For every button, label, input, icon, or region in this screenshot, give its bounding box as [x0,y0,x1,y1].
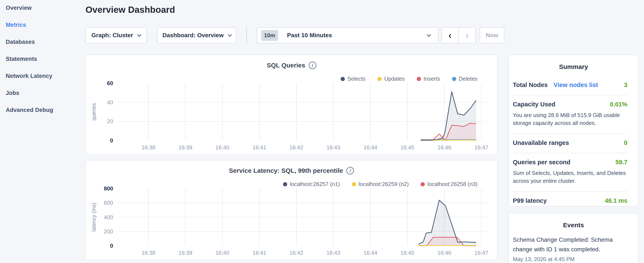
svg-text:16:42: 16:42 [289,144,303,151]
sidebar-item-overview[interactable]: Overview [6,5,32,11]
sidebar-item-databases[interactable]: Databases [6,39,35,45]
service-latency-chart-card: Service Latency: SQL, 99th percentileilo… [86,160,498,260]
summary-row: Total NodesView nodes list3 [513,76,628,95]
events-panel: Events Schema Change Completed: Schema c… [508,213,638,263]
summary-title: Summary [509,63,638,70]
svg-text:60: 60 [107,80,113,86]
sidebar-item-network-latency[interactable]: Network Latency [6,73,52,79]
event-timestamp: May 13, 2020 at 4:45 PM [513,256,630,262]
summary-row-label: P99 latency [513,197,547,204]
svg-text:queries: queries [91,103,97,121]
now-button[interactable]: Now [480,27,504,43]
sidebar: OverviewMetricsDatabasesStatementsNetwor… [0,0,86,263]
summary-row-value: 3 [624,82,628,89]
chevron-down-icon [137,33,142,37]
view-nodes-list-link[interactable]: View nodes list [554,82,598,89]
svg-text:16:47: 16:47 [474,249,488,256]
svg-text:0: 0 [110,242,113,249]
svg-text:16:45: 16:45 [400,144,414,151]
svg-text:16:44: 16:44 [363,144,377,151]
svg-text:16:44: 16:44 [363,249,377,256]
svg-text:600: 600 [104,200,113,206]
time-prev-button[interactable]: ‹ [442,28,458,43]
summary-row-label: Capacity Used [513,101,555,108]
summary-row: Unavailable ranges0 [513,134,628,153]
event-message: Schema Change Completed: Schema change w… [513,235,630,254]
graph-dropdown-label: Graph: Cluster [92,32,133,39]
svg-text:16:46: 16:46 [437,249,451,256]
svg-text:16:45: 16:45 [400,249,414,256]
svg-text:16:40: 16:40 [216,249,229,256]
summary-row-value: 46.1 ms [605,197,628,204]
svg-text:16:43: 16:43 [326,144,340,151]
summary-row-value: 59.7 [616,159,628,166]
summary-row-label: Queries per second [513,159,570,166]
time-range-select[interactable]: 10m Past 10 Minutes [257,27,438,43]
summary-row: Capacity Used0.01%You are using 28.6 MiB… [513,95,628,134]
now-button-label: Now [486,32,498,39]
sql-queries-chart-card: SQL QueriesiSelectsUpdatesInsertsDeletes… [86,55,498,155]
svg-text:16:40: 16:40 [216,144,229,151]
svg-text:20: 20 [107,118,113,124]
chevron-down-icon [228,33,232,37]
events-list: Schema Change Completed: Schema change w… [509,229,638,262]
summary-panel: Summary Total NodesView nodes list3Capac… [508,55,638,206]
svg-text:16:42: 16:42 [289,249,303,256]
sidebar-item-metrics[interactable]: Metrics [6,22,26,28]
time-range-label: Past 10 Minutes [287,32,427,39]
svg-text:16:47: 16:47 [474,144,488,151]
graph-dropdown[interactable]: Graph: Cluster [86,27,147,43]
chevron-down-icon [427,33,431,37]
summary-rows: Total NodesView nodes list3Capacity Used… [509,70,638,211]
svg-text:16:46: 16:46 [437,144,451,151]
svg-text:16:38: 16:38 [142,144,155,151]
time-nav-group: ‹ › [442,27,476,43]
svg-text:16:39: 16:39 [178,144,192,151]
summary-row: Queries per second59.7Sum of Selects, Up… [513,153,628,192]
summary-row-label: Unavailable ranges [513,139,569,146]
svg-text:40: 40 [107,99,113,106]
summary-row-description: Sum of Selects, Updates, Inserts, and De… [513,169,628,185]
summary-row-value: 0.01% [610,101,628,108]
svg-text:16:38: 16:38 [142,249,155,256]
svg-text:0: 0 [110,137,113,144]
dashboard-dropdown[interactable]: Dashboard: Overview [157,27,236,43]
time-range-badge: 10m [261,30,278,41]
sidebar-item-advanced-debug[interactable]: Advanced Debug [6,107,53,113]
summary-row: P99 latency46.1 ms [513,192,628,211]
svg-text:latency (ms): latency (ms) [91,203,97,231]
svg-text:16:41: 16:41 [252,144,266,151]
chart-plot: 16:3816:3916:4016:4116:4216:4316:4416:45… [86,160,498,260]
svg-text:16:41: 16:41 [252,249,266,256]
summary-row-value: 0 [624,139,628,146]
toolbar-divider [246,27,247,44]
svg-text:800: 800 [104,185,113,192]
page-title: Overview Dashboard [86,5,175,15]
svg-text:16:43: 16:43 [326,249,340,256]
chart-plot: 16:3816:3916:4016:4116:4216:4316:4416:45… [86,55,498,155]
dashboard-dropdown-label: Dashboard: Overview [162,32,224,39]
summary-row-label: Total Nodes [513,82,548,89]
sidebar-item-jobs[interactable]: Jobs [6,90,19,96]
svg-text:200: 200 [104,228,113,235]
events-title: Events [509,221,638,229]
svg-text:400: 400 [104,214,113,220]
summary-row-description: You are using 28.6 MiB of 515.9 GiB usab… [513,111,628,127]
event-item: Schema Change Completed: Schema change w… [513,235,630,262]
svg-text:16:39: 16:39 [178,249,192,256]
sidebar-item-statements[interactable]: Statements [6,56,37,62]
time-next-button[interactable]: › [458,28,476,43]
